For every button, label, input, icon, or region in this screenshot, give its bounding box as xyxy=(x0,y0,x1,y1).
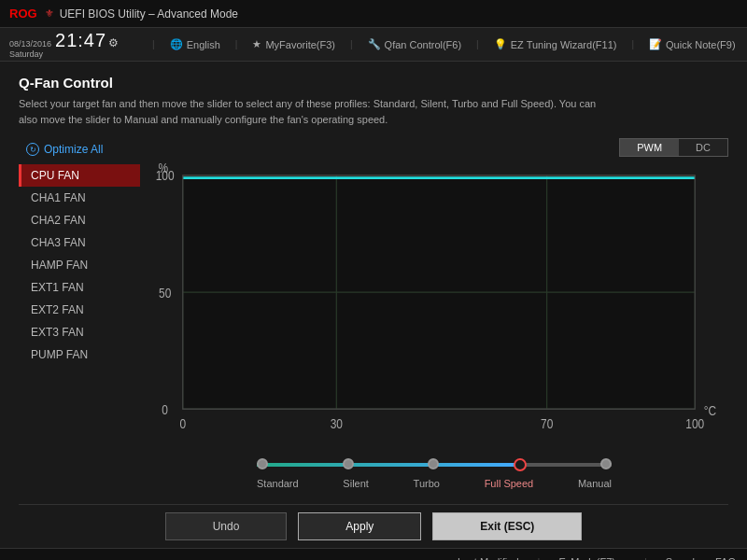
exit-button[interactable]: Exit (ESC) xyxy=(432,512,582,540)
nav-myfavorite[interactable]: ★ MyFavorite(F3) xyxy=(252,38,335,50)
slider-label-turbo: Turbo xyxy=(414,478,440,489)
pwm-dc-toggle[interactable]: PWM DC xyxy=(619,138,728,157)
nav-language[interactable]: 🌐 English xyxy=(170,38,220,50)
fan-item-pump[interactable]: PUMP FAN xyxy=(19,343,140,366)
fan-item-cpu[interactable]: CPU FAN xyxy=(19,164,140,187)
svg-text:50: 50 xyxy=(159,286,171,301)
slider-node-fullspeed[interactable] xyxy=(514,458,527,471)
undo-button[interactable]: Undo xyxy=(165,512,288,540)
apply-button[interactable]: Apply xyxy=(298,512,421,540)
fan-list: ↻ Optimize All CPU FAN CHA1 FAN CHA2 FAN… xyxy=(19,138,140,448)
nav-quicknote[interactable]: 📝 Quick Note(F9) xyxy=(649,38,736,50)
rog-logo: ROG xyxy=(9,7,37,21)
slider-label-standard: Standard xyxy=(257,478,299,489)
slider-area: Standard Silent Turbo Full Speed Manual xyxy=(140,448,728,497)
pwm-button[interactable]: PWM xyxy=(620,139,679,156)
fan-item-ext1[interactable]: EXT1 FAN xyxy=(19,276,140,299)
language-icon: 🌐 xyxy=(170,38,183,50)
date-display: 08/13/2016 Saturday xyxy=(9,39,51,60)
status-sep-1: | xyxy=(538,556,541,561)
svg-text:0: 0 xyxy=(162,402,168,417)
last-modified-status: Last Modified xyxy=(458,556,518,561)
fan-item-ext3[interactable]: EXT3 FAN xyxy=(19,321,140,343)
fan-item-ext2[interactable]: EXT2 FAN xyxy=(19,299,140,321)
svg-text:70: 70 xyxy=(541,416,553,431)
svg-text:°C: °C xyxy=(704,403,716,418)
fan-area: ↻ Optimize All CPU FAN CHA1 FAN CHA2 FAN… xyxy=(19,138,728,448)
status-bar: Last Modified | EzMode(F7)→ | Search on … xyxy=(0,548,747,560)
qfan-icon: 🔧 xyxy=(368,38,381,50)
rog-icon: ⚜ xyxy=(45,7,54,20)
eztuning-icon: 💡 xyxy=(494,38,507,50)
nav-bar: 08/13/2016 Saturday 21:47 ⚙ | 🌐 English … xyxy=(0,28,747,62)
nav-sep-2: | xyxy=(235,39,238,49)
nav-qfan[interactable]: 🔧 Qfan Control(F6) xyxy=(368,38,462,50)
slider-node-turbo[interactable] xyxy=(428,458,439,469)
slider-nodes xyxy=(257,458,612,471)
nav-sep-1: | xyxy=(152,39,155,49)
slider-track[interactable] xyxy=(257,463,612,467)
nav-sep-3: | xyxy=(350,39,353,49)
dc-button[interactable]: DC xyxy=(679,139,727,156)
nav-eztuning[interactable]: 💡 EZ Tuning Wizard(F11) xyxy=(494,38,617,50)
optimize-icon: ↻ xyxy=(26,143,39,156)
svg-text:%: % xyxy=(159,162,169,175)
fan-item-cha1[interactable]: CHA1 FAN xyxy=(19,187,140,209)
datetime-section: 08/13/2016 Saturday 21:47 ⚙ xyxy=(9,30,130,60)
time-display: 21:47 xyxy=(55,30,106,51)
time-gear-icon[interactable]: ⚙ xyxy=(108,36,119,49)
bios-title: UEFI BIOS Utility – Advanced Mode xyxy=(60,7,238,21)
search-faq-button[interactable]: Search on FAQ xyxy=(666,556,736,561)
svg-text:30: 30 xyxy=(331,416,343,431)
chart-svg: 100 50 0 0 30 70 100 % °C xyxy=(149,162,728,448)
slider-label-silent: Silent xyxy=(343,478,369,489)
svg-text:100: 100 xyxy=(685,416,704,431)
optimize-all-button[interactable]: ↻ Optimize All xyxy=(19,138,140,161)
fan-item-hamp[interactable]: HAMP FAN xyxy=(19,254,140,276)
slider-label-fullspeed: Full Speed xyxy=(485,478,534,489)
nav-sep-4: | xyxy=(476,39,479,49)
slider-label-manual: Manual xyxy=(578,478,612,489)
fan-chart: 100 50 0 0 30 70 100 % °C xyxy=(149,162,728,448)
fan-item-cha3[interactable]: CHA3 FAN xyxy=(19,231,140,254)
quicknote-icon: 📝 xyxy=(649,38,662,50)
nav-sep-5: | xyxy=(631,39,634,49)
title-bar: ROG ⚜ UEFI BIOS Utility – Advanced Mode xyxy=(0,0,747,28)
bottom-buttons: Undo Apply Exit (ESC) xyxy=(19,504,728,548)
myfavorite-icon: ★ xyxy=(252,38,261,50)
ez-mode-button[interactable]: EzMode(F7)→ xyxy=(558,556,626,561)
page-title: Q-Fan Control xyxy=(19,75,728,91)
main-content: Q-Fan Control Select your target fan and… xyxy=(0,62,747,504)
slider-node-standard[interactable] xyxy=(257,458,268,469)
svg-text:0: 0 xyxy=(179,416,186,431)
status-sep-2: | xyxy=(644,556,647,561)
slider-labels: Standard Silent Turbo Full Speed Manual xyxy=(257,478,612,489)
slider-node-manual[interactable] xyxy=(600,458,612,469)
slider-node-silent[interactable] xyxy=(343,458,354,469)
page-description: Select your target fan and then move the… xyxy=(19,96,616,127)
fan-item-cha2[interactable]: CHA2 FAN xyxy=(19,209,140,231)
chart-container: PWM DC 100 50 xyxy=(149,138,728,448)
